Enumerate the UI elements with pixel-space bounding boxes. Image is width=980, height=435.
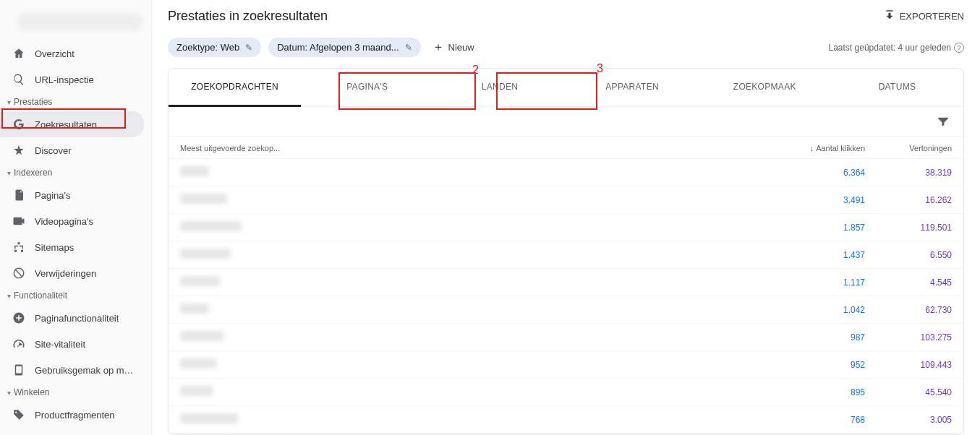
query-cell bbox=[180, 303, 764, 316]
remove-icon bbox=[12, 266, 26, 280]
pencil-icon: ✎ bbox=[405, 43, 412, 53]
impressions-cell: 4.545 bbox=[865, 277, 952, 288]
chevron-down-icon: ▾ bbox=[7, 169, 11, 177]
sidebar-item-zoekresultaten[interactable]: Zoekresultaten bbox=[0, 111, 144, 137]
table-row[interactable]: 1.1174.545 bbox=[169, 269, 963, 296]
sidebar-section[interactable]: ▾Indexeren bbox=[0, 163, 151, 182]
table-header: Meest uitgevoerde zoekop... ↓ Aantal kli… bbox=[169, 137, 963, 159]
impressions-cell: 62.730 bbox=[865, 305, 952, 315]
sidebar-item-label: URL-inspectie bbox=[35, 74, 94, 85]
tab-pagina-s[interactable]: PAGINA'S bbox=[301, 69, 433, 106]
sidebar-item-verwijderingen[interactable]: Verwijderingen bbox=[0, 260, 144, 286]
tabs-bar: ZOEKOPDRACHTENPAGINA'SLANDENAPPARATENZOE… bbox=[169, 69, 963, 107]
pencil-icon: ✎ bbox=[245, 43, 252, 53]
table-row[interactable]: 7683.005 bbox=[169, 406, 963, 434]
home-icon bbox=[12, 46, 26, 61]
impressions-cell: 109.443 bbox=[865, 360, 952, 370]
table-row[interactable]: 952109.443 bbox=[169, 351, 963, 379]
query-cell bbox=[180, 166, 764, 178]
mobile-icon bbox=[12, 363, 26, 377]
sidebar-item-pagina-s[interactable]: Pagina's bbox=[0, 182, 144, 208]
g-icon bbox=[12, 117, 26, 132]
query-cell bbox=[180, 221, 764, 233]
query-cell bbox=[180, 413, 764, 426]
clicks-cell: 895 bbox=[764, 387, 865, 397]
property-selector[interactable] bbox=[17, 13, 142, 30]
col-query[interactable]: Meest uitgevoerde zoekop... bbox=[180, 144, 764, 152]
sidebar-item-videopagina-s[interactable]: Videopagina's bbox=[0, 208, 144, 234]
pages-icon bbox=[12, 188, 26, 202]
clicks-cell: 1.042 bbox=[764, 305, 865, 315]
sidebar-item-site-vitaliteit[interactable]: Site-vitaliteit bbox=[0, 331, 144, 357]
download-icon bbox=[884, 9, 895, 24]
sidebar-item-label: Sitemaps bbox=[35, 242, 74, 253]
speed-icon bbox=[12, 337, 26, 351]
sidebar-item-label: Verwijderingen bbox=[35, 268, 96, 279]
sidebar-item-gebruiksgemak-op-mob-[interactable]: Gebruiksgemak op mob... bbox=[0, 357, 144, 383]
col-clicks[interactable]: ↓ Aantal klikken bbox=[764, 144, 865, 152]
tab-zoekopmaak[interactable]: ZOEKOPMAAK bbox=[699, 69, 831, 106]
sidebar-item-url-inspectie[interactable]: URL-inspectie bbox=[0, 66, 144, 92]
performance-card: ZOEKOPDRACHTENPAGINA'SLANDENAPPARATENZOE… bbox=[168, 68, 964, 434]
query-cell bbox=[180, 386, 764, 398]
query-cell bbox=[180, 249, 764, 261]
sidebar: OverzichtURL-inspectie▾PrestatiesZoekres… bbox=[0, 0, 152, 435]
tab-landen[interactable]: LANDEN bbox=[433, 69, 566, 106]
query-cell bbox=[180, 358, 764, 371]
filter-chip-date[interactable]: Datum: Afgelopen 3 maand... ✎ bbox=[268, 38, 420, 57]
impressions-cell: 3.005 bbox=[865, 415, 952, 425]
export-label: EXPORTEREN bbox=[900, 11, 964, 22]
sidebar-item-overzicht[interactable]: Overzicht bbox=[0, 40, 144, 66]
filters-row: Zoektype: Web ✎ Datum: Afgelopen 3 maand… bbox=[168, 37, 964, 68]
sidebar-item-label: Overzicht bbox=[35, 48, 74, 59]
tab-zoekopdrachten[interactable]: ZOEKOPDRACHTEN bbox=[169, 69, 301, 107]
export-button[interactable]: EXPORTEREN bbox=[884, 9, 964, 24]
sidebar-item-discover[interactable]: Discover bbox=[0, 137, 144, 163]
help-icon[interactable]: ? bbox=[954, 43, 964, 53]
table-row[interactable]: 6.36438.319 bbox=[169, 159, 963, 186]
tab-datums[interactable]: DATUMS bbox=[831, 69, 963, 106]
sidebar-item-label: Gebruiksgemak op mob... bbox=[35, 365, 137, 376]
sidebar-item-sitemaps[interactable]: Sitemaps bbox=[0, 234, 144, 260]
query-cell bbox=[180, 331, 764, 343]
sidebar-item-verkopersvermeldingen[interactable]: Verkopersvermeldingen bbox=[0, 428, 144, 435]
sidebar-item-label: Pagina's bbox=[35, 190, 70, 201]
col-impressions[interactable]: Vertoningen bbox=[865, 144, 952, 152]
clicks-cell: 768 bbox=[764, 415, 865, 425]
impressions-cell: 103.275 bbox=[865, 332, 952, 343]
sidebar-section[interactable]: ▾Winkelen bbox=[0, 383, 151, 402]
query-cell bbox=[180, 194, 764, 206]
table-row[interactable]: 1.4376.550 bbox=[169, 241, 963, 269]
impressions-cell: 45.540 bbox=[865, 387, 952, 397]
sitemap-icon bbox=[12, 240, 26, 254]
filter-chip-searchtype[interactable]: Zoektype: Web ✎ bbox=[168, 38, 261, 57]
impressions-cell: 38.319 bbox=[865, 168, 952, 178]
clicks-cell: 1.117 bbox=[764, 277, 865, 288]
table-row[interactable]: 1.04262.730 bbox=[169, 296, 963, 324]
table-row[interactable]: 1.857119.501 bbox=[169, 214, 963, 241]
main-content: Prestaties in zoekresultaten EXPORTEREN … bbox=[152, 0, 980, 435]
impressions-cell: 16.262 bbox=[865, 195, 952, 205]
clicks-cell: 1.437 bbox=[764, 250, 865, 260]
tab-apparaten[interactable]: APPARATEN bbox=[566, 69, 699, 106]
sidebar-item-productfragmenten[interactable]: Productfragmenten bbox=[0, 402, 144, 428]
sort-down-icon: ↓ bbox=[810, 144, 814, 152]
sidebar-section[interactable]: ▾Functionaliteit bbox=[0, 286, 151, 305]
new-filter-button[interactable]: ＋ Nieuw bbox=[428, 37, 479, 58]
filter-icon[interactable] bbox=[934, 113, 952, 130]
video-icon bbox=[12, 214, 26, 228]
impressions-cell: 119.501 bbox=[865, 223, 952, 233]
table-row[interactable]: 89545.540 bbox=[169, 379, 963, 406]
table-row[interactable]: 3.49116.262 bbox=[169, 186, 963, 214]
clicks-cell: 3.491 bbox=[764, 195, 865, 205]
sidebar-item-label: Zoekresultaten bbox=[35, 119, 97, 130]
star-icon bbox=[12, 143, 26, 158]
sidebar-item-label: Productfragmenten bbox=[35, 410, 115, 421]
impressions-cell: 6.550 bbox=[865, 250, 952, 260]
sidebar-item-paginafunctionaliteit[interactable]: Paginafunctionaliteit bbox=[0, 305, 144, 331]
sidebar-item-label: Discover bbox=[35, 145, 72, 156]
sidebar-section[interactable]: ▾Prestaties bbox=[0, 92, 151, 111]
plus-icon: ＋ bbox=[433, 40, 444, 55]
plus-circle-icon bbox=[12, 311, 26, 325]
table-row[interactable]: 987103.275 bbox=[169, 324, 963, 351]
